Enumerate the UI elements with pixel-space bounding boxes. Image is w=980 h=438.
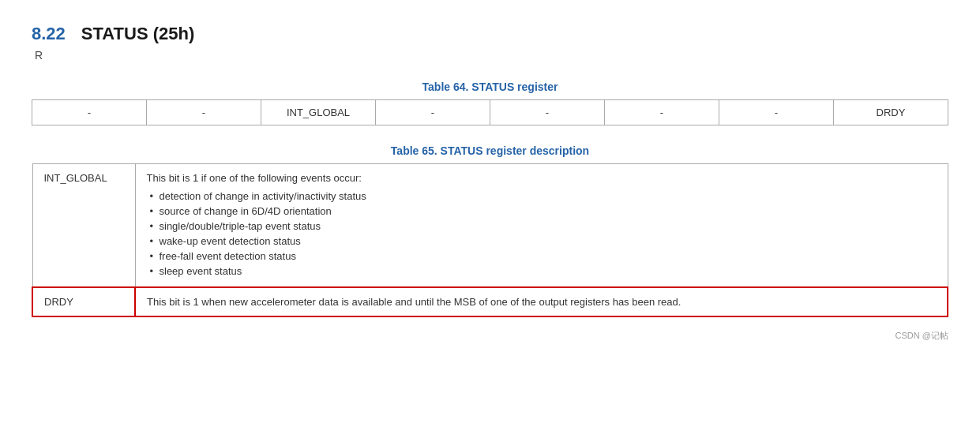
bullet-2: single/double/triple-tap event status <box>147 219 937 234</box>
bullet-1: source of change in 6D/4D orientation <box>147 204 937 219</box>
int-global-intro: This bit is 1 if one of the following ev… <box>147 172 362 184</box>
section-type: R <box>35 49 948 62</box>
int-global-row: INT_GLOBAL This bit is 1 if one of the f… <box>32 164 948 288</box>
bullet-4: free-fall event detection status <box>147 249 937 264</box>
desc-table: INT_GLOBAL This bit is 1 if one of the f… <box>32 163 948 317</box>
reg-cell-6: - <box>719 100 834 125</box>
reg-cell-4: - <box>490 100 605 125</box>
int-global-list: detection of change in activity/inactivi… <box>147 189 937 279</box>
drdy-field: DRDY <box>32 287 135 316</box>
register-table: - - INT_GLOBAL - - - - DRDY <box>32 99 948 125</box>
int-global-desc: This bit is 1 if one of the following ev… <box>135 164 948 288</box>
reg-cell-0: - <box>32 100 147 125</box>
bullet-5: sleep event status <box>147 264 937 279</box>
section-header: 8.22 STATUS (25h) <box>32 24 948 44</box>
table64-caption: Table 64. STATUS register <box>32 80 948 93</box>
reg-cell-7: DRDY <box>834 100 948 125</box>
table65-caption: Table 65. STATUS register description <box>32 144 948 157</box>
bullet-3: wake-up event detection status <box>147 234 937 249</box>
reg-cell-1: - <box>147 100 261 125</box>
drdy-row: DRDY This bit is 1 when new acceleromete… <box>32 287 948 316</box>
bullet-0: detection of change in activity/inactivi… <box>147 189 937 204</box>
register-row: - - INT_GLOBAL - - - - DRDY <box>32 100 948 125</box>
watermark: CSDN @记帖 <box>32 330 948 342</box>
int-global-field: INT_GLOBAL <box>32 164 135 288</box>
reg-cell-3: - <box>376 100 490 125</box>
reg-cell-5: - <box>605 100 719 125</box>
section-title: STATUS (25h) <box>81 24 194 44</box>
section-number: 8.22 <box>32 24 66 44</box>
reg-cell-2: INT_GLOBAL <box>261 100 376 125</box>
drdy-desc: This bit is 1 when new accelerometer dat… <box>135 287 948 316</box>
